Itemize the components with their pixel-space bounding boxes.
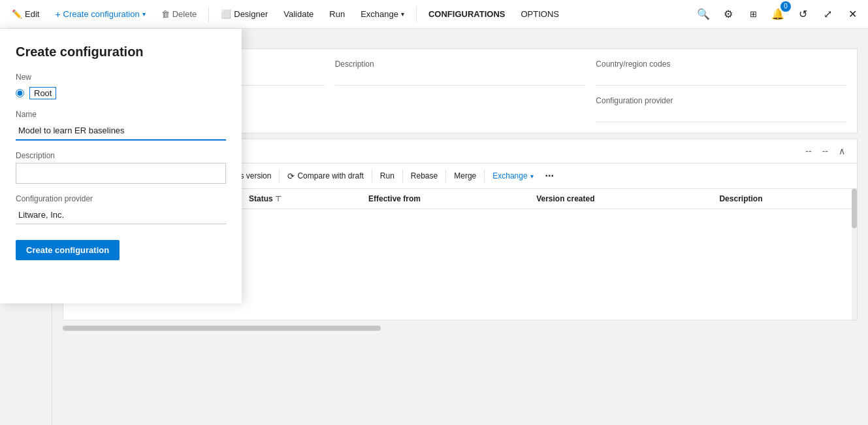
compare-icon: ⟳: [287, 171, 295, 181]
create-configuration-label: Create configuration: [63, 9, 140, 19]
root-radio-label: Root: [29, 87, 56, 99]
create-config-submit-label: Create configuration: [26, 245, 109, 255]
edit-label: Edit: [25, 9, 39, 19]
provider-value: Litware, Inc.: [16, 206, 226, 224]
country-field: Country/region codes: [596, 60, 846, 86]
modal-title: Create configuration: [16, 44, 226, 60]
name-form-field: Name: [16, 110, 226, 141]
validate-button[interactable]: Validate: [277, 5, 320, 23]
compare-with-draft-button[interactable]: ⟳ Compare with draft: [282, 169, 368, 184]
vtool-sep-5: [402, 169, 403, 182]
create-configuration-panel: Create configuration New Root Name Descr…: [0, 29, 242, 303]
versions-collapse-btn[interactable]: ∧: [835, 144, 849, 158]
search-button[interactable]: 🔍: [693, 4, 714, 25]
create-config-submit-button[interactable]: Create configuration: [16, 240, 120, 260]
versions-exchange-button[interactable]: Exchange ▾: [487, 169, 538, 183]
description-input[interactable]: [16, 163, 226, 184]
exchange-chevron-icon: ▾: [401, 10, 404, 18]
nav-right-section: 🔍 ⚙ ⊞ 🔔 0 ↺ ⤢ ✕: [693, 4, 863, 25]
name-input[interactable]: [16, 122, 226, 141]
description-form-label: Description: [16, 151, 226, 160]
vtool-sep-3: [279, 169, 280, 182]
delete-button[interactable]: 🗑 Delete: [155, 5, 204, 23]
col-effective-from[interactable]: Effective from: [361, 189, 528, 209]
vtool-sep-4: [372, 169, 372, 182]
description-field: Description: [335, 60, 586, 86]
versions-dash-1[interactable]: --: [801, 144, 815, 158]
run-button[interactable]: Run: [323, 5, 351, 23]
more-options-button[interactable]: ···: [540, 167, 559, 184]
edit-icon: ✏️: [12, 9, 22, 19]
config-provider-field: Configuration provider: [596, 96, 846, 122]
settings-icon: ⚙: [724, 8, 733, 20]
designer-button[interactable]: ⬜ Designer: [214, 5, 274, 23]
vertical-scrollbar[interactable]: [852, 189, 857, 320]
versions-exchange-label: Exchange: [492, 171, 527, 180]
validate-label: Validate: [283, 9, 313, 19]
versions-exchange-chevron: ▾: [530, 173, 534, 180]
merge-label: Merge: [454, 171, 476, 180]
search-icon: 🔍: [697, 8, 710, 20]
popout-button[interactable]: ⤢: [817, 4, 838, 25]
status-filter-icon: ⊤: [275, 195, 281, 203]
config-provider-label: Configuration provider: [596, 96, 846, 105]
description-value: [335, 71, 586, 86]
provider-form-label: Configuration provider: [16, 194, 226, 203]
office-icon: ⊞: [750, 9, 757, 19]
notification-badge[interactable]: 🔔 0: [767, 4, 788, 25]
scroll-thumb: [852, 189, 857, 228]
configurations-nav-label: CONFIGURATIONS: [428, 9, 505, 19]
refresh-icon: ↺: [799, 8, 807, 20]
top-navigation: ✏️ Edit + Create configuration ▾ 🗑 Delet…: [0, 0, 868, 29]
plus-icon: +: [55, 9, 60, 20]
versions-dash-2[interactable]: --: [818, 144, 832, 158]
delete-icon: 🗑: [161, 9, 170, 19]
col-version-created[interactable]: Version created: [528, 189, 711, 209]
versions-run-label: Run: [380, 171, 394, 180]
close-icon: ✕: [848, 8, 857, 20]
popout-icon: ⤢: [824, 8, 832, 20]
options-nav-label: OPTIONS: [521, 9, 559, 19]
exchange-button[interactable]: Exchange ▾: [354, 5, 411, 23]
designer-icon: ⬜: [221, 9, 231, 19]
run-label: Run: [329, 9, 345, 19]
chevron-down-icon: ▾: [142, 10, 146, 18]
nav-divider-2: [416, 7, 417, 22]
country-label: Country/region codes: [596, 60, 846, 69]
horizontal-scrollbar[interactable]: [63, 326, 858, 331]
refresh-button[interactable]: ↺: [792, 4, 813, 25]
nav-divider-1: [208, 7, 209, 22]
description-label: Description: [335, 60, 586, 69]
description-form-field: Description: [16, 151, 226, 184]
options-nav-button[interactable]: OPTIONS: [514, 5, 566, 23]
edit-button[interactable]: ✏️ Edit: [5, 5, 46, 23]
provider-form-field: Configuration provider Litware, Inc.: [16, 194, 226, 224]
office-button[interactable]: ⊞: [743, 4, 764, 25]
close-button[interactable]: ✕: [842, 4, 863, 25]
configurations-nav-button[interactable]: CONFIGURATIONS: [422, 5, 511, 23]
compare-with-draft-label: Compare with draft: [297, 171, 363, 180]
settings-button[interactable]: ⚙: [718, 4, 739, 25]
versions-run-button[interactable]: Run: [375, 169, 400, 183]
exchange-label: Exchange: [361, 9, 398, 19]
rebase-label: Rebase: [411, 171, 438, 180]
config-provider-value: [596, 108, 846, 122]
horiz-scroll-thumb: [63, 326, 381, 331]
rebase-button[interactable]: Rebase: [406, 169, 443, 183]
root-radio-value: Root: [29, 87, 56, 99]
col-description[interactable]: Description: [711, 189, 857, 209]
root-radio[interactable]: [16, 89, 24, 97]
vtool-sep-6: [445, 169, 446, 182]
more-options-label: ···: [545, 170, 554, 182]
merge-button[interactable]: Merge: [449, 169, 481, 183]
create-configuration-button[interactable]: + Create configuration ▾: [48, 5, 152, 24]
new-section-label: New: [16, 73, 226, 82]
delete-label: Delete: [172, 9, 197, 19]
radio-group-new: Root: [16, 87, 226, 99]
designer-label: Designer: [234, 9, 268, 19]
country-value: [596, 71, 846, 86]
vtool-sep-7: [484, 169, 485, 182]
name-form-label: Name: [16, 110, 226, 119]
col-status[interactable]: Status ⊤: [241, 189, 361, 209]
notification-count: 0: [780, 1, 791, 12]
